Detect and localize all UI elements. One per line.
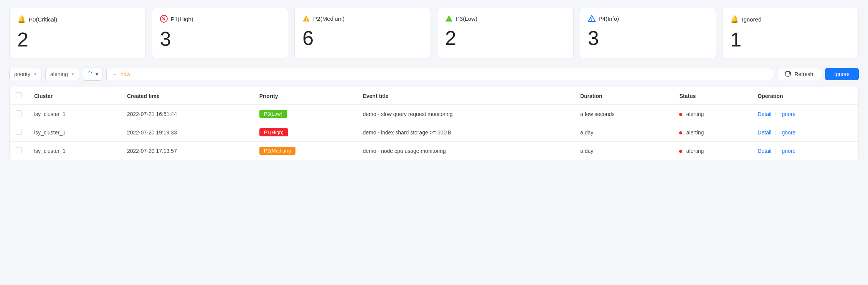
card-label-p1: P1(High) (171, 16, 193, 22)
row-status: alerting (673, 142, 751, 160)
ignore-link[interactable]: Ignore (781, 111, 796, 117)
header-created-time: Created time (121, 87, 253, 105)
detail-link[interactable]: Detail (757, 129, 771, 136)
status-label: alerting (686, 111, 704, 117)
priority-card-p0[interactable]: 🔔 P0(Critical) 2 (9, 8, 146, 58)
row-cluster: lsy_cluster_1 (28, 142, 121, 160)
detail-link[interactable]: Detail (757, 111, 771, 117)
time-picker[interactable]: ⏱ ▾ (83, 68, 102, 81)
ignore-label: Ignore (834, 71, 850, 77)
table-row: lsy_cluster_1 2022-07-21 16:51:44 P3(Low… (10, 105, 858, 123)
row-checkbox[interactable] (16, 110, 22, 116)
card-title-p4: ! P4(Info) (588, 15, 708, 22)
row-event-title: demo - index shard storage >= 50GB (356, 123, 574, 142)
priority-badge: P2(Medium) (259, 147, 296, 155)
header-cluster: Cluster (28, 87, 121, 105)
row-checkbox[interactable] (16, 147, 22, 153)
header-operation: Operation (751, 87, 858, 105)
card-count-p4: 3 (588, 28, 708, 48)
card-title-ignored: 🔔 Ignored (730, 15, 851, 23)
priority-card-p3[interactable]: ! P3(Low) 2 (437, 8, 574, 58)
card-label-p3: P3(Low) (456, 15, 477, 22)
card-title-p1: ✕ P1(High) (160, 15, 281, 23)
card-count-p2: 6 (302, 28, 423, 48)
ignore-link[interactable]: Ignore (781, 148, 796, 154)
row-created-time: 2022-07-21 16:51:44 (121, 105, 253, 123)
header-checkbox[interactable] (16, 92, 22, 98)
refresh-button[interactable]: Refresh (777, 68, 821, 80)
card-label-p4: P4(Info) (599, 15, 619, 22)
row-operation: Detail | Ignore (751, 142, 858, 160)
toolbar: priority ▾ alerting ▾ ⏱ ▾ → now Refresh … (9, 68, 859, 81)
row-checkbox-cell (10, 142, 28, 160)
priority-card-p1[interactable]: ✕ P1(High) 3 (152, 8, 289, 58)
ignore-button[interactable]: Ignore (825, 68, 859, 80)
svg-text:!: ! (306, 17, 307, 22)
table-row: lsy_cluster_1 2022-07-20 19:19:33 P1(Hig… (10, 123, 858, 142)
row-checkbox-cell (10, 105, 28, 123)
priority-card-p2[interactable]: ! P2(Medium) 6 (294, 8, 431, 58)
card-count-p0: 2 (17, 30, 138, 50)
svg-text:!: ! (448, 17, 450, 22)
card-icon-ignored: 🔔 (730, 15, 739, 23)
status-label: alerting (686, 129, 704, 136)
page-container: 🔔 P0(Critical) 2 ✕ P1(High) 3 ! P2(Mediu… (0, 0, 868, 168)
card-icon-p0: 🔔 (17, 15, 26, 23)
status-filter[interactable]: alerting ▾ (45, 68, 79, 80)
priority-card-ignored[interactable]: 🔔 Ignored 1 (722, 8, 859, 58)
time-range-arrow: → (112, 71, 117, 77)
svg-text:!: ! (591, 17, 592, 22)
table-header-row: Cluster Created time Priority Event titl… (10, 87, 858, 105)
card-icon-p3: ! (445, 15, 453, 22)
status-dot (679, 150, 682, 153)
card-icon-p4: ! (588, 15, 596, 22)
card-label-p2: P2(Medium) (313, 15, 345, 22)
card-label-ignored: Ignored (742, 16, 761, 23)
refresh-icon (785, 71, 791, 77)
priority-badge: P1(High) (259, 128, 288, 136)
status-label: alerting (686, 148, 704, 154)
card-title-p3: ! P3(Low) (445, 15, 566, 22)
alerts-table-container: Cluster Created time Priority Event titl… (9, 87, 859, 160)
header-status: Status (673, 87, 751, 105)
time-range-input[interactable]: → now (106, 68, 773, 80)
row-status: alerting (673, 123, 751, 142)
priority-badge: P3(Low) (259, 110, 287, 118)
priority-filter[interactable]: priority ▾ (9, 68, 41, 80)
time-now-label: now (120, 71, 130, 77)
card-count-ignored: 1 (730, 30, 851, 50)
cards-row: 🔔 P0(Critical) 2 ✕ P1(High) 3 ! P2(Mediu… (9, 8, 859, 58)
row-priority: P3(Low) (253, 105, 357, 123)
op-separator: | (775, 148, 777, 154)
priority-filter-label: priority (14, 71, 30, 77)
table-row: lsy_cluster_1 2022-07-20 17:13:57 P2(Med… (10, 142, 858, 160)
row-duration: a few seconds (574, 105, 673, 123)
card-label-p0: P0(Critical) (29, 16, 57, 23)
row-priority: P1(High) (253, 123, 357, 142)
status-dot (679, 113, 682, 116)
ignore-link[interactable]: Ignore (781, 129, 796, 136)
priority-chevron-icon: ▾ (34, 72, 36, 77)
refresh-label: Refresh (794, 71, 813, 77)
row-created-time: 2022-07-20 17:13:57 (121, 142, 253, 160)
priority-card-p4[interactable]: ! P4(Info) 3 (580, 8, 716, 58)
detail-link[interactable]: Detail (757, 148, 771, 154)
row-duration: a day (574, 123, 673, 142)
header-priority: Priority (253, 87, 357, 105)
card-title-p0: 🔔 P0(Critical) (17, 15, 138, 23)
header-event-title: Event title (356, 87, 574, 105)
alerts-table: Cluster Created time Priority Event titl… (10, 87, 858, 160)
row-operation: Detail | Ignore (751, 105, 858, 123)
card-count-p3: 2 (445, 28, 566, 48)
row-status: alerting (673, 105, 751, 123)
row-event-title: demo - slow query request monitoring (356, 105, 574, 123)
time-chevron-icon: ▾ (96, 71, 98, 77)
status-dot (679, 131, 682, 134)
row-checkbox[interactable] (16, 129, 22, 135)
card-icon-p1: ✕ (160, 15, 168, 23)
op-separator: | (775, 111, 777, 117)
row-event-title: demo - node cpu usage monitoring (356, 142, 574, 160)
status-chevron-icon: ▾ (72, 72, 74, 77)
row-cluster: lsy_cluster_1 (28, 123, 121, 142)
row-checkbox-cell (10, 123, 28, 142)
